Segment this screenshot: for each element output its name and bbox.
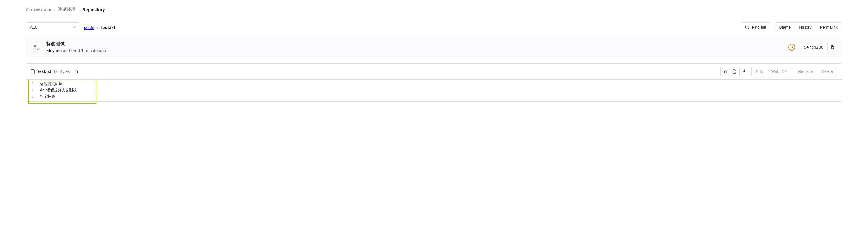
find-file-button[interactable]: Find file xyxy=(741,23,770,32)
branch-selector-value: v1.0 xyxy=(30,25,37,30)
chevron-right-icon: › xyxy=(78,8,80,12)
file-name: test.txt xyxy=(38,69,51,74)
breadcrumb: Administrator › 测试环境 › Repository xyxy=(26,6,842,18)
line-number[interactable]: 1 xyxy=(26,81,36,87)
raw-button[interactable] xyxy=(730,67,740,76)
file-viewer: test.txt 60 Bytes xyxy=(26,64,842,102)
commit-sha-group: 947ab280 xyxy=(800,42,837,52)
pipeline-status-pending-icon[interactable] xyxy=(788,44,795,50)
line-number[interactable]: 3 xyxy=(26,93,36,100)
svg-rect-3 xyxy=(832,46,834,48)
svg-rect-5 xyxy=(725,71,727,73)
path-file: test.txt xyxy=(101,25,115,30)
chevron-right-icon: › xyxy=(54,8,55,12)
code-line: 2dev远程提分支交测试 xyxy=(26,87,842,93)
commit-title[interactable]: 标签测试 xyxy=(46,41,788,47)
copy-icon xyxy=(723,70,727,74)
permalink-button[interactable]: Permalink xyxy=(816,23,842,32)
document-code-icon xyxy=(733,70,737,74)
path-dir[interactable]: ceshi xyxy=(84,25,94,30)
find-file-label: Find file xyxy=(752,25,766,30)
commit-info-panel: 🖼Mr.ya 标签测试 Mr.yang authored 1 minute ag… xyxy=(26,37,842,57)
edit-button[interactable]: Edit xyxy=(751,67,767,76)
file-header: test.txt 60 Bytes xyxy=(26,64,842,80)
replace-button[interactable]: Replace xyxy=(794,67,817,76)
copy-icon xyxy=(830,45,834,49)
file-toolbar: v1.0 ceshi / test.txt Find file Blame Hi… xyxy=(26,18,842,37)
download-icon xyxy=(742,70,746,74)
delete-button[interactable]: Delete xyxy=(817,67,837,76)
document-icon xyxy=(31,69,35,74)
commit-meta: Mr.yang authored 1 minute ago xyxy=(46,48,788,53)
file-path: ceshi / test.txt xyxy=(84,25,115,30)
svg-rect-2 xyxy=(792,46,793,48)
svg-rect-1 xyxy=(791,46,792,48)
code-contents: 1远程提交测试 2dev远程提分支交测试 3打个标签 xyxy=(26,80,842,101)
file-size: 60 Bytes xyxy=(54,69,70,74)
breadcrumb-current: Repository xyxy=(82,7,105,12)
commit-time: 1 minute ago xyxy=(81,48,106,53)
blame-button[interactable]: Blame xyxy=(775,23,795,32)
copy-contents-button[interactable] xyxy=(720,67,730,76)
commit-sha[interactable]: 947ab280 xyxy=(800,42,828,52)
copy-icon xyxy=(74,70,78,74)
commit-action: authored xyxy=(63,48,80,53)
search-icon xyxy=(745,25,749,30)
copy-sha-button[interactable] xyxy=(828,42,837,52)
line-number[interactable]: 2 xyxy=(26,87,36,93)
copy-path-button[interactable] xyxy=(72,68,80,75)
breadcrumb-item[interactable]: 测试环境 xyxy=(58,7,75,12)
download-button[interactable] xyxy=(739,67,749,76)
code-line: 3打个标签 xyxy=(26,93,842,100)
breadcrumb-item[interactable]: Administrator xyxy=(26,7,51,12)
branch-selector[interactable]: v1.0 xyxy=(26,23,80,32)
avatar: 🖼Mr.ya xyxy=(31,41,42,53)
web-ide-button[interactable]: Web IDE xyxy=(767,67,792,76)
path-separator: / xyxy=(97,25,98,30)
code-line: 1远程提交测试 xyxy=(26,81,842,87)
avatar-alt-text: 🖼Mr.ya xyxy=(33,44,40,50)
history-button[interactable]: History xyxy=(795,23,816,32)
svg-rect-4 xyxy=(75,71,78,73)
chevron-down-icon xyxy=(73,27,76,28)
commit-author[interactable]: Mr.yang xyxy=(46,48,62,53)
file-actions-group: Blame History Permalink xyxy=(775,23,842,32)
